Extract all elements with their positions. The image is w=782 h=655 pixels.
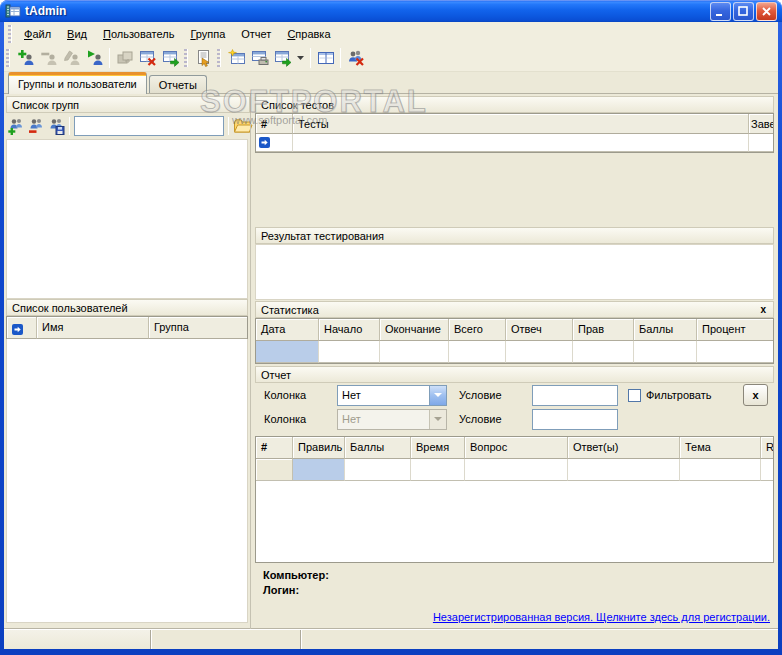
remove-group-button[interactable]	[27, 116, 45, 136]
move-user-button[interactable]	[113, 47, 136, 69]
export-report-menu-button[interactable]	[294, 47, 307, 69]
menu-user[interactable]: Пользователь	[95, 24, 182, 44]
stats-grid: Дата Начало Окончание Всего Отвеч Прав Б…	[255, 318, 774, 364]
layout-button[interactable]	[314, 47, 337, 69]
condition-label: Условие	[459, 389, 532, 401]
main-toolbar	[4, 45, 778, 72]
save-group-button[interactable]	[47, 116, 65, 136]
run-user-icon	[86, 49, 104, 67]
tests-col-done: Заве	[749, 114, 773, 134]
report-col-points: Баллы	[345, 437, 411, 459]
dropdown-arrow-icon	[296, 55, 305, 61]
condition-label: Условие	[459, 413, 532, 425]
result-memo[interactable]	[255, 244, 774, 300]
groups-panel-title: Список групп	[12, 99, 79, 111]
report-col-answers: Ответ(ы)	[568, 437, 680, 459]
stats-panel-title: Статистика	[261, 304, 319, 316]
add-user-button[interactable]	[14, 47, 37, 69]
export-test-icon	[162, 49, 180, 67]
export-test-button[interactable]	[159, 47, 182, 69]
combo-dropdown-button[interactable]	[429, 386, 446, 405]
status-panel-1	[4, 630, 151, 649]
report-filter-row-2: Колонка Нет Условие	[255, 407, 774, 431]
remove-user-button[interactable]	[37, 47, 60, 69]
menu-group[interactable]: Группа	[182, 24, 233, 44]
stats-col-total: Всего	[449, 319, 506, 341]
add-group-button[interactable]	[7, 116, 25, 136]
menu-help[interactable]: Справка	[279, 24, 338, 44]
tests-panel-title: Список тестов	[261, 99, 334, 111]
column-select-disabled[interactable]: Нет	[337, 409, 447, 430]
report-row[interactable]	[256, 459, 773, 481]
stats-panel-header: Статистика x	[255, 301, 774, 318]
report-close-button[interactable]: x	[743, 384, 768, 406]
users-grid: Имя Группа	[6, 316, 248, 339]
new-report-button[interactable]	[225, 47, 248, 69]
report-col-question: Вопрос	[465, 437, 568, 459]
tests-panel-header: Список тестов	[255, 96, 774, 113]
users-panel-title: Список пользователей	[12, 302, 128, 314]
groups-toolbar	[6, 113, 250, 139]
close-button[interactable]	[756, 2, 777, 21]
delete-results-button[interactable]	[344, 47, 367, 69]
delete-test-icon	[139, 49, 157, 67]
condition-input[interactable]	[532, 385, 618, 406]
menu-view[interactable]: Вид	[59, 24, 95, 44]
toolbar-separator	[109, 48, 110, 68]
status-panel-2	[151, 630, 301, 649]
status-panel-3	[301, 630, 778, 649]
edit-user-button[interactable]	[60, 47, 83, 69]
stats-row[interactable]	[256, 341, 773, 363]
condition-input-2[interactable]	[532, 409, 618, 430]
combo-dropdown-button[interactable]	[429, 410, 446, 429]
tests-col-num: #	[256, 114, 293, 134]
users-list-body[interactable]	[6, 339, 248, 623]
groups-panel-header: Список групп	[6, 96, 250, 113]
session-info: Компьютер: Логин:	[255, 563, 774, 599]
report-col-time: Время	[411, 437, 465, 459]
tests-row[interactable]	[256, 134, 773, 152]
tests-col-title: Тесты	[293, 114, 749, 134]
menu-file[interactable]: Файл	[16, 24, 59, 44]
chevron-down-icon	[434, 417, 442, 421]
report-panel-title: Отчет	[261, 369, 291, 381]
column-select[interactable]: Нет	[337, 385, 447, 406]
delete-results-icon	[347, 49, 365, 67]
print-report-button[interactable]	[248, 47, 271, 69]
group-search-input[interactable]	[74, 116, 224, 136]
maximize-button[interactable]	[733, 2, 754, 21]
properties-button[interactable]	[192, 47, 215, 69]
menu-report[interactable]: Отчет	[233, 24, 279, 44]
report-panel-header: Отчет	[255, 366, 774, 383]
stats-col-end: Окончание	[380, 319, 449, 341]
tab-groups-users[interactable]: Группы и пользователи	[8, 72, 147, 94]
add-group-icon	[7, 117, 25, 135]
users-col-name: Имя	[37, 317, 149, 339]
layout-icon	[317, 49, 335, 67]
tab-reports[interactable]: Отчеты	[149, 75, 207, 93]
report-filter-row-1: Колонка Нет Условие Фильтровать x	[255, 383, 774, 407]
save-group-icon	[47, 117, 65, 135]
run-user-button[interactable]	[83, 47, 106, 69]
groups-tree[interactable]	[6, 139, 248, 299]
users-panel-header: Список пользователей	[6, 299, 248, 316]
report-col-theme: Тема	[680, 437, 761, 459]
chevron-down-icon	[434, 393, 442, 397]
app-icon[interactable]	[5, 3, 21, 19]
report-grid-body[interactable]	[256, 481, 773, 562]
stats-close-button[interactable]: x	[758, 305, 768, 315]
stats-col-correct: Прав	[573, 319, 634, 341]
registration-row: Незарегистрированная версия. Щелкните зд…	[255, 611, 774, 623]
print-report-icon	[251, 49, 269, 67]
delete-test-button[interactable]	[136, 47, 159, 69]
filter-checkbox[interactable]	[628, 389, 641, 402]
right-pane: Список тестов # Тесты Заве	[254, 94, 778, 629]
tests-grid: # Тесты Заве	[255, 113, 774, 153]
filter-checkbox-label: Фильтровать	[646, 389, 711, 401]
export-report-button[interactable]	[271, 47, 294, 69]
row-arrow-icon	[12, 324, 23, 335]
stats-col-answered: Отвеч	[506, 319, 573, 341]
minimize-button[interactable]	[710, 2, 731, 21]
edit-user-icon	[63, 49, 81, 67]
registration-link[interactable]: Незарегистрированная версия. Щелкните зд…	[433, 611, 770, 623]
